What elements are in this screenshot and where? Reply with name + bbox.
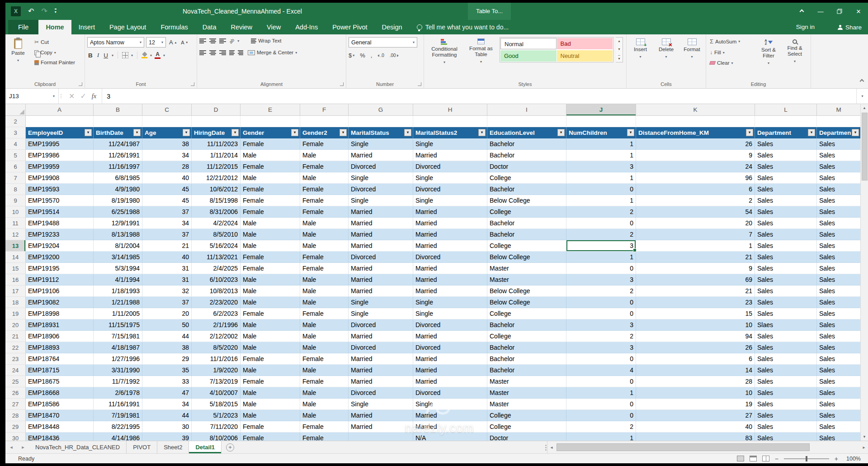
row-header-17[interactable]: 17 xyxy=(5,285,26,297)
cell-I30[interactable]: Doctor xyxy=(487,433,566,441)
cell-J7[interactable]: 1 xyxy=(566,172,636,184)
name-box[interactable]: J13▾ xyxy=(5,89,59,104)
paste-button[interactable]: Paste ▾ xyxy=(8,37,28,66)
gallery-down-button[interactable]: ▾ xyxy=(618,47,620,51)
row-header-30[interactable]: 30 xyxy=(5,433,26,441)
cell-B8[interactable]: 4/9/1980 xyxy=(94,184,142,195)
merge-center-button[interactable]: Merge & Center▾ xyxy=(246,49,298,56)
cell-D9[interactable]: 8/15/1998 xyxy=(192,195,241,206)
cell-L2[interactable] xyxy=(755,116,817,127)
cell-G20[interactable]: Divorced xyxy=(349,319,413,331)
cell-A11[interactable]: EMP19488 xyxy=(26,218,94,229)
cancel-icon[interactable]: ✕ xyxy=(69,92,75,100)
cell-M10[interactable]: Sales xyxy=(817,206,860,218)
cell-G22[interactable]: Divorced xyxy=(349,342,413,353)
sheet-tab-pivot[interactable]: PIVOT xyxy=(127,441,157,453)
scroll-left-arrow[interactable]: ◂ xyxy=(547,445,556,450)
cell-D14[interactable]: 11/13/2021 xyxy=(192,252,241,263)
scroll-up-arrow[interactable]: ▴ xyxy=(863,104,866,112)
cell-G27[interactable]: Single xyxy=(349,399,413,410)
row-header-2[interactable]: 2 xyxy=(5,116,26,127)
cell-L13[interactable]: Sales xyxy=(755,240,817,252)
cell-F18[interactable]: Male xyxy=(300,297,349,308)
table-header-C[interactable]: Age▾ xyxy=(142,127,192,138)
row-header-6[interactable]: 6 xyxy=(5,161,26,172)
cell-G23[interactable]: Married xyxy=(349,353,413,365)
cell-G19[interactable]: Single xyxy=(349,308,413,319)
cell-F26[interactable]: Male xyxy=(300,387,349,399)
cell-A10[interactable]: EMP19514 xyxy=(26,206,94,218)
cell-I23[interactable]: Bachelor xyxy=(487,353,566,365)
underline-button[interactable]: U xyxy=(103,52,109,59)
cell-L15[interactable]: Sales xyxy=(755,263,817,274)
row-header-5[interactable]: 5 xyxy=(5,150,26,161)
cell-M9[interactable]: Sales xyxy=(817,195,860,206)
cell-H30[interactable]: N/A xyxy=(413,433,487,441)
cell-D8[interactable]: 10/6/2012 xyxy=(192,184,241,195)
cell-C6[interactable]: 28 xyxy=(142,161,192,172)
cell-F10[interactable]: Female xyxy=(300,206,349,218)
tell-me-box[interactable]: Tell me what you want to do... xyxy=(417,20,509,34)
row-header-21[interactable]: 21 xyxy=(5,331,26,342)
cell-M16[interactable]: Sales xyxy=(817,274,860,285)
cell-L24[interactable]: Sales xyxy=(755,365,817,376)
cell-L8[interactable]: Sales xyxy=(755,184,817,195)
font-color-button[interactable]: A xyxy=(155,52,160,59)
table-header-F[interactable]: Gender2▾ xyxy=(300,127,349,138)
cell-M30[interactable]: Sales xyxy=(817,433,860,441)
cut-button[interactable]: ✂Cut xyxy=(33,38,76,46)
cell-G8[interactable]: Divorced xyxy=(349,184,413,195)
cell-E25[interactable]: Female xyxy=(241,376,300,387)
row-header-18[interactable]: 18 xyxy=(5,297,26,308)
cell-F19[interactable]: Female xyxy=(300,308,349,319)
cell-A24[interactable]: EMP18715 xyxy=(26,365,94,376)
cell-C29[interactable]: 30 xyxy=(142,421,192,433)
cell-style-neutral[interactable]: Neutral xyxy=(557,50,613,62)
cell-D27[interactable]: 5/18/2015 xyxy=(192,399,241,410)
cell-H22[interactable]: Divorced xyxy=(413,342,487,353)
name-box-splitter[interactable]: ⋮ xyxy=(59,89,63,104)
cell-C20[interactable]: 50 xyxy=(142,319,192,331)
cell-G10[interactable]: Married xyxy=(349,206,413,218)
cell-J15[interactable]: 0 xyxy=(566,263,636,274)
cell-I8[interactable]: Bachelor xyxy=(487,184,566,195)
cell-H15[interactable]: Married xyxy=(413,263,487,274)
cell-G30[interactable] xyxy=(349,433,413,441)
cell-L23[interactable]: Sales xyxy=(755,353,817,365)
row-header-8[interactable]: 8 xyxy=(5,184,26,195)
column-header-E[interactable]: E xyxy=(241,104,300,115)
cell-K2[interactable] xyxy=(636,116,755,127)
cell-G24[interactable]: Married xyxy=(349,365,413,376)
cell-style-bad[interactable]: Bad xyxy=(557,38,613,49)
cell-C27[interactable]: 34 xyxy=(142,399,192,410)
cell-K4[interactable]: 26 xyxy=(636,138,755,150)
cell-J24[interactable]: 4 xyxy=(566,365,636,376)
font-name-select[interactable]: Aptos Narrow▾ xyxy=(87,37,144,48)
cell-K20[interactable]: 10 xyxy=(636,319,755,331)
cell-B20[interactable]: 11/15/1975 xyxy=(94,319,142,331)
table-header-M[interactable]: Departmen▾ xyxy=(817,127,860,138)
cell-G16[interactable]: Married xyxy=(349,274,413,285)
autosum-button[interactable]: ΣAutoSum▾ xyxy=(708,37,755,46)
column-header-G[interactable]: G xyxy=(349,104,413,115)
cell-E27[interactable]: Male xyxy=(241,399,300,410)
cell-J21[interactable]: 2 xyxy=(566,331,636,342)
sort-filter-button[interactable]: AZ Sort & Filter ▾ xyxy=(755,37,782,67)
cell-H10[interactable]: Married xyxy=(413,206,487,218)
bottom-align-button[interactable] xyxy=(219,38,226,43)
sign-in-link[interactable]: Sign in xyxy=(796,20,815,34)
decrease-decimal-button[interactable]: .00 xyxy=(390,53,399,58)
delete-cells-button[interactable]: ✕ Delete ▾ xyxy=(655,37,678,60)
cell-C11[interactable]: 34 xyxy=(142,218,192,229)
cell-K30[interactable]: 83 xyxy=(636,433,755,441)
increase-font-size-button[interactable]: A▴ xyxy=(168,38,178,47)
align-left-button[interactable] xyxy=(199,50,206,55)
cell-L11[interactable]: Sales xyxy=(755,218,817,229)
cell-C19[interactable]: 20 xyxy=(142,308,192,319)
page-break-view-button[interactable] xyxy=(762,456,769,461)
cell-H6[interactable]: Divorced xyxy=(413,161,487,172)
cell-D18[interactable]: 2/23/2020 xyxy=(192,297,241,308)
cell-style-good[interactable]: Good xyxy=(500,50,557,62)
cell-M19[interactable]: Sales xyxy=(817,308,860,319)
cell-B21[interactable]: 7/15/1981 xyxy=(94,331,142,342)
